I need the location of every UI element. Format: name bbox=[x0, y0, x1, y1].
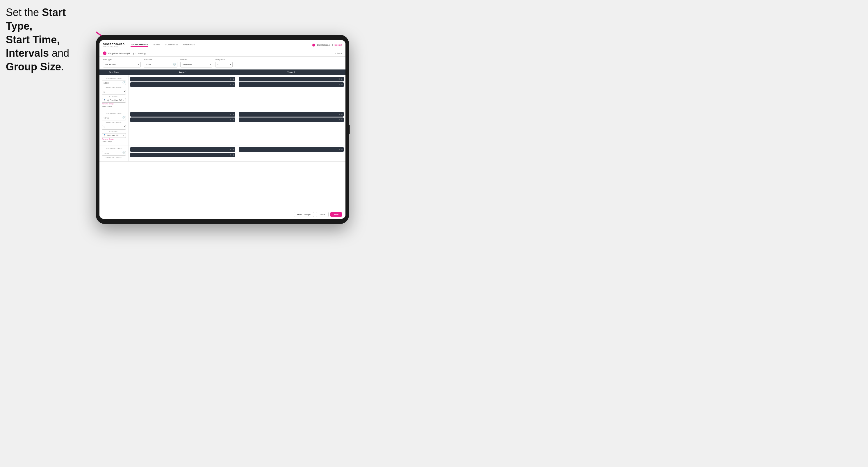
player-row-4-1: ✕ ⊕ bbox=[239, 112, 344, 117]
start-type-select[interactable] bbox=[103, 62, 141, 67]
group-size-wrap bbox=[215, 61, 232, 67]
nav-items: TOURNAMENTS TEAMS COMMITTEE RANKINGS bbox=[130, 43, 312, 47]
course-tag-2: 🏌 East Lake GC ✕ bbox=[102, 133, 126, 138]
team2-col-3: ✕ ⊕ bbox=[237, 146, 345, 162]
course-remove-2[interactable]: ✕ bbox=[123, 134, 124, 137]
nav-rankings[interactable]: RANKINGS bbox=[183, 43, 195, 47]
starting-time-label-1: STARTING TIME: bbox=[102, 77, 126, 79]
intervals-select[interactable] bbox=[180, 62, 212, 67]
header-tee-time: Tee Time bbox=[99, 71, 128, 73]
logo-text: SCOREBOARD bbox=[103, 43, 125, 45]
breadcrumb-logo: C bbox=[103, 52, 106, 55]
player-x-3-2[interactable]: ✕ bbox=[230, 119, 231, 121]
hole-input-2[interactable] bbox=[102, 125, 126, 130]
save-button[interactable]: Save bbox=[330, 212, 342, 217]
hole-wrap-1 bbox=[102, 89, 126, 94]
player-add-4-1[interactable]: ⊕ bbox=[341, 113, 343, 115]
clock-icon-3: 🕐 bbox=[122, 152, 125, 154]
cancel-button[interactable]: Cancel bbox=[316, 212, 329, 217]
annotation-line2: Start Time, bbox=[6, 34, 60, 45]
player-x-2-2[interactable]: ✕ bbox=[339, 84, 340, 86]
table-header: Tee Time Team 1 Team 2 bbox=[99, 69, 345, 75]
reset-button[interactable]: Reset Changes bbox=[294, 212, 314, 217]
player-x-1-2[interactable]: ✕ bbox=[230, 84, 231, 86]
start-time-input[interactable] bbox=[144, 62, 177, 67]
player-x-3-1[interactable]: ✕ bbox=[230, 113, 231, 115]
starting-hole-label-3: STARTING HOLE: bbox=[102, 157, 126, 158]
user-email: blair@clippd.io bbox=[317, 44, 330, 46]
user-avatar-dot bbox=[312, 43, 315, 46]
player-add-5-2[interactable]: ⊕ bbox=[232, 154, 234, 156]
settings-row: Start Type Start Time 🕐 Intervals Gr bbox=[99, 57, 345, 69]
annotation-text: Set the Start Type, Start Time, Interval… bbox=[6, 6, 93, 74]
main-content: Tee Time Team 1 Team 2 STARTING TIME: 🕐 … bbox=[99, 69, 345, 210]
player-row-6-1: ✕ ⊕ bbox=[239, 147, 344, 152]
player-x-6-1[interactable]: ✕ bbox=[339, 148, 340, 150]
course-tag-1: 🏌 (A) Peachtree GC ✕ bbox=[102, 98, 126, 103]
breadcrumb-tournament[interactable]: Clippd Invitational (Mo...) bbox=[108, 52, 134, 55]
course-value-2: East Lake GC bbox=[107, 134, 118, 136]
player-add-3-2[interactable]: ⊕ bbox=[232, 119, 234, 121]
team2-col-2: ✕ ⊕ ✕ ⊕ bbox=[237, 110, 345, 145]
player-x-1-1[interactable]: ✕ bbox=[230, 78, 231, 80]
player-add-3-1[interactable]: ⊕ bbox=[232, 113, 234, 115]
sign-out-link[interactable]: Sign out bbox=[334, 44, 342, 46]
player-row-2-1: ✕ ⊕ bbox=[239, 77, 344, 82]
player-row-1-2: ✕ ⊕ bbox=[130, 82, 235, 87]
player-controls-4-2: ✕ ⊕ bbox=[339, 119, 343, 121]
logo-sub: Powered by clipp... bbox=[103, 45, 125, 48]
hole-wrap-2 bbox=[102, 124, 126, 130]
player-add-2-2[interactable]: ⊕ bbox=[341, 84, 343, 86]
course-remove-1[interactable]: ✕ bbox=[123, 99, 124, 101]
clock-icon: 🕐 bbox=[173, 63, 176, 65]
player-controls-2-1: ✕ ⊕ bbox=[339, 78, 343, 80]
player-add-1-1[interactable]: ⊕ bbox=[232, 78, 234, 80]
player-add-5-1[interactable]: ⊕ bbox=[232, 148, 234, 150]
tablet-screen: SCOREBOARD Powered by clipp... TOURNAMEN… bbox=[99, 40, 345, 219]
player-x-5-2[interactable]: ✕ bbox=[230, 154, 231, 156]
course-label-1: COURSE: bbox=[102, 96, 126, 97]
clock-icon-1: 🕐 bbox=[122, 81, 125, 84]
course-actions-1: Remove Group + Add Group bbox=[102, 103, 126, 107]
group-size-input[interactable] bbox=[215, 62, 232, 67]
start-type-group: Start Type bbox=[103, 58, 141, 67]
player-add-1-2[interactable]: ⊕ bbox=[232, 84, 234, 86]
start-time-group: Start Time 🕐 bbox=[144, 58, 177, 67]
player-x-2-1[interactable]: ✕ bbox=[339, 78, 340, 80]
remove-group-btn-1[interactable]: Remove Group bbox=[102, 103, 126, 105]
remove-group-btn-2[interactable]: Remove Group bbox=[102, 138, 126, 140]
tee-time-col-1: STARTING TIME: 🕐 STARTING HOLE: COURSE: … bbox=[99, 75, 128, 110]
starting-time-wrap-3: 🕐 bbox=[102, 150, 126, 156]
nav-teams[interactable]: TEAMS bbox=[153, 43, 160, 47]
player-x-5-1[interactable]: ✕ bbox=[230, 148, 231, 150]
nav-committee[interactable]: COMMITTEE bbox=[165, 43, 179, 47]
intervals-select-wrap bbox=[180, 61, 212, 67]
start-time-label: Start Time bbox=[144, 58, 177, 61]
team2-col-1: ✕ ⊕ ✕ ⊕ bbox=[237, 75, 345, 110]
player-x-4-1[interactable]: ✕ bbox=[339, 113, 340, 115]
back-button[interactable]: Back bbox=[335, 52, 342, 55]
group-size-group: Group Size bbox=[215, 58, 232, 67]
nav-tournaments[interactable]: TOURNAMENTS bbox=[130, 43, 148, 47]
player-add-6-1[interactable]: ⊕ bbox=[341, 148, 343, 150]
player-x-4-2[interactable]: ✕ bbox=[339, 119, 340, 121]
starting-hole-label-2: STARTING HOLE: bbox=[102, 122, 126, 123]
schedule-group-2: STARTING TIME: 🕐 STARTING HOLE: COURSE: … bbox=[99, 110, 345, 146]
intervals-label: Intervals bbox=[180, 58, 212, 61]
group-size-label: Group Size bbox=[215, 58, 232, 61]
schedule-group-3: STARTING TIME: 🕐 STARTING HOLE: ✕ ⊕ bbox=[99, 146, 345, 162]
player-controls-1-1: ✕ ⊕ bbox=[230, 78, 234, 80]
player-controls-6-1: ✕ ⊕ bbox=[339, 148, 343, 150]
player-add-2-1[interactable]: ⊕ bbox=[341, 78, 343, 80]
start-type-label: Start Type bbox=[103, 58, 141, 61]
player-add-4-2[interactable]: ⊕ bbox=[341, 119, 343, 121]
logo: SCOREBOARD Powered by clipp... bbox=[103, 43, 125, 48]
player-row-2-2: ✕ ⊕ bbox=[239, 82, 344, 87]
start-type-select-wrap bbox=[103, 61, 141, 67]
hole-input-1[interactable] bbox=[102, 90, 126, 94]
add-group-btn-2[interactable]: + Add Group bbox=[102, 141, 126, 143]
course-value-1: (A) Peachtree GC bbox=[107, 99, 122, 101]
add-group-btn-1[interactable]: + Add Group bbox=[102, 105, 126, 107]
starting-hole-label-1: STARTING HOLE: bbox=[102, 86, 126, 88]
nav-separator: | bbox=[332, 44, 333, 46]
